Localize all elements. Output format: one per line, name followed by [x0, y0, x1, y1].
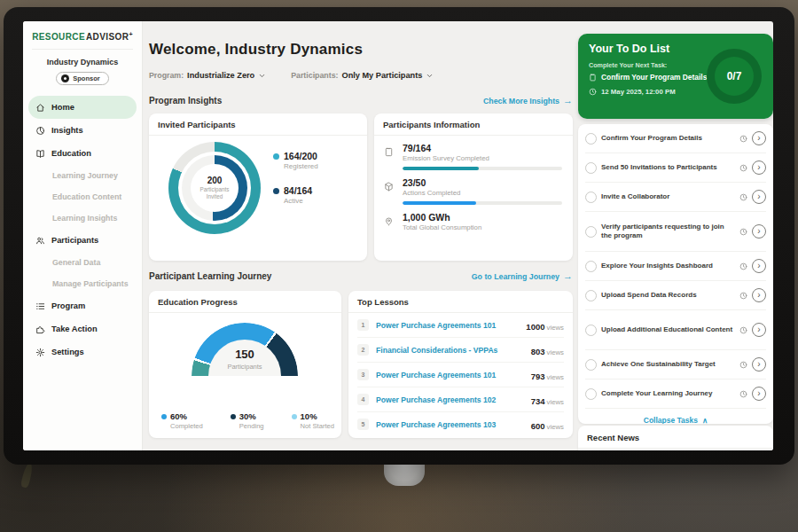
logo-resource: RESOURCE: [32, 32, 85, 42]
legend-dot: [292, 414, 297, 419]
clock-icon: [589, 88, 597, 96]
todo-item-explore-insights[interactable]: Explore Your Insights Dashboard ›: [585, 252, 766, 281]
sidebar: RESOURCEADVISOR+ Industry Dynamics Spons…: [23, 21, 143, 450]
legend-not-started: 10% Not Started: [292, 411, 334, 430]
sidebar-item-learning-journey[interactable]: Learning Journey: [28, 165, 137, 186]
monitor: RESOURCEADVISOR+ Industry Dynamics Spons…: [4, 7, 794, 465]
check-more-insights-link[interactable]: Check More Insights →: [483, 96, 573, 106]
participants-filter[interactable]: Participants: Only My Participants: [291, 71, 434, 80]
todo-item-invite-collaborator[interactable]: Invite a Collaborator ›: [585, 183, 766, 212]
chevron-right-icon[interactable]: ›: [752, 288, 766, 302]
pie-chart-icon: [35, 126, 45, 136]
clock-icon: [739, 228, 747, 236]
checkbox-circle[interactable]: [585, 192, 597, 203]
todo-item-achieve-target[interactable]: Achieve One Sustainability Target ›: [585, 350, 766, 379]
section-title-learning-journey: Participant Learning Journey: [149, 271, 271, 281]
checkbox-circle[interactable]: [585, 359, 597, 371]
clock-icon: [739, 326, 747, 334]
chevron-right-icon[interactable]: ›: [752, 224, 766, 239]
logo-plus: +: [129, 31, 133, 37]
program-filter[interactable]: Program: Industrialize Zero: [149, 71, 266, 80]
sidebar-item-manage-participants[interactable]: Manage Participants: [28, 273, 137, 294]
sidebar-item-insights[interactable]: Insights: [28, 119, 137, 142]
checkbox-circle[interactable]: [585, 388, 597, 400]
sidebar-nav: Home Insights Education Learning Journey: [23, 96, 142, 364]
donut-center: 200 Participants Invited: [192, 166, 237, 210]
sidebar-item-take-action[interactable]: Take Action: [28, 317, 137, 340]
chevron-right-icon[interactable]: ›: [752, 323, 766, 337]
sidebar-item-program[interactable]: Program: [28, 294, 137, 317]
learning-journey-header: Participant Learning Journey Go to Learn…: [149, 271, 573, 281]
gauge-legend: 60% Completed 30% Pending 10% Not Starte…: [161, 411, 334, 430]
chevron-down-icon: [258, 72, 266, 80]
collapse-tasks-link[interactable]: Collapse Tasks ∧: [578, 409, 773, 424]
participants-information-card: Participants Information 79/164 Emission…: [374, 113, 573, 261]
legend-dot: [161, 414, 167, 419]
checkbox-circle[interactable]: [585, 226, 597, 238]
recent-news-card: Recent News: [578, 426, 773, 450]
clock-icon: [739, 193, 747, 201]
arrow-right-icon: →: [563, 96, 573, 106]
chevron-down-icon: [426, 72, 434, 80]
next-task-row[interactable]: Confirm Your Program Details: [589, 73, 707, 82]
gear-icon: [35, 348, 45, 357]
sponsor-badge-label: Sponsor: [73, 74, 99, 82]
sidebar-item-general-data[interactable]: General Data: [28, 252, 137, 273]
card-title: Education Progress: [149, 291, 341, 313]
clock-icon: [739, 361, 747, 369]
stat-emission-survey: 79/164 Emission Survey Completed: [374, 136, 573, 170]
location-pin-icon: [384, 214, 394, 223]
legend-active: 84/164 Active: [273, 185, 318, 205]
todo-item-complete-learning-journey[interactable]: Complete Your Learning Journey ›: [585, 379, 766, 409]
checkbox-circle[interactable]: [585, 162, 597, 174]
chevron-right-icon[interactable]: ›: [752, 357, 766, 372]
todo-item-verify-participants[interactable]: Verify participants requesting to join t…: [585, 212, 766, 252]
sidebar-item-education[interactable]: Education: [28, 142, 137, 165]
todo-list-card: Confirm Your Program Details › Send 50 I…: [578, 124, 773, 424]
stat-global-consumption: 1,000 GWh Total Global Consumption: [374, 205, 573, 231]
chevron-right-icon[interactable]: ›: [752, 387, 766, 401]
home-icon: [35, 103, 45, 113]
chevron-right-icon[interactable]: ›: [752, 259, 766, 273]
todo-title: Your To Do List: [589, 43, 669, 55]
list-icon: [35, 301, 45, 311]
checkbox-circle[interactable]: [585, 290, 597, 301]
clock-icon: [739, 390, 747, 398]
todo-item-upload-spend-data[interactable]: Upload Spend Data Records ›: [585, 281, 766, 310]
lesson-link[interactable]: Power Purchase Agreements 103: [376, 420, 524, 429]
clipboard-icon: [589, 74, 597, 82]
program-insights-header: Program Insights Check More Insights →: [149, 96, 573, 106]
legend-registered: 164/200 Registered: [273, 151, 318, 170]
checkbox-circle[interactable]: [585, 325, 597, 336]
sidebar-item-participants[interactable]: Participants: [28, 229, 137, 252]
lesson-link[interactable]: Financial Considerations - VPPAs: [376, 346, 524, 355]
main-content: Welcome, Industry Dynamics Program: Indu…: [142, 21, 578, 450]
legend-dot: [273, 153, 279, 160]
go-to-learning-journey-link[interactable]: Go to Learning Journey →: [472, 271, 573, 281]
lesson-link[interactable]: Power Purchase Agreements 102: [376, 395, 524, 404]
checkbox-circle[interactable]: [585, 133, 597, 145]
chevron-right-icon[interactable]: ›: [752, 131, 766, 145]
clock-icon: [739, 164, 747, 172]
checkbox-circle[interactable]: [585, 261, 597, 272]
people-icon: [35, 236, 45, 246]
todo-item-upload-educational-content[interactable]: Upload Additional Educational Content ›: [585, 310, 766, 350]
lesson-link[interactable]: Power Purchase Agreements 101: [376, 321, 519, 330]
logo-advisor: ADVISOR: [86, 32, 129, 42]
sidebar-item-learning-insights[interactable]: Learning Insights: [28, 207, 137, 229]
chevron-right-icon[interactable]: ›: [752, 160, 766, 175]
section-title-program-insights: Program Insights: [149, 96, 222, 106]
lesson-row: 4 Power Purchase Agreements 102 734views: [357, 387, 564, 412]
lesson-link[interactable]: Power Purchase Agreements 101: [376, 371, 524, 379]
sponsor-badge[interactable]: Sponsor: [56, 72, 108, 85]
todo-item-send-invitations[interactable]: Send 50 Invitations to Participants ›: [585, 153, 766, 183]
sidebar-item-settings[interactable]: Settings: [28, 340, 137, 364]
org-name: Industry Dynamics: [23, 58, 142, 66]
invited-participants-card: Invited Participants 200 Participants In…: [149, 113, 367, 261]
todo-summary-card: Your To Do List Complete Your Next Task:…: [578, 34, 773, 119]
sidebar-item-home[interactable]: Home: [28, 96, 137, 119]
sidebar-item-education-content[interactable]: Education Content: [28, 186, 137, 207]
stat-actions-completed: 23/50 Actions Completed: [374, 170, 573, 205]
todo-item-confirm-program[interactable]: Confirm Your Program Details ›: [585, 124, 766, 153]
chevron-right-icon[interactable]: ›: [752, 190, 766, 204]
